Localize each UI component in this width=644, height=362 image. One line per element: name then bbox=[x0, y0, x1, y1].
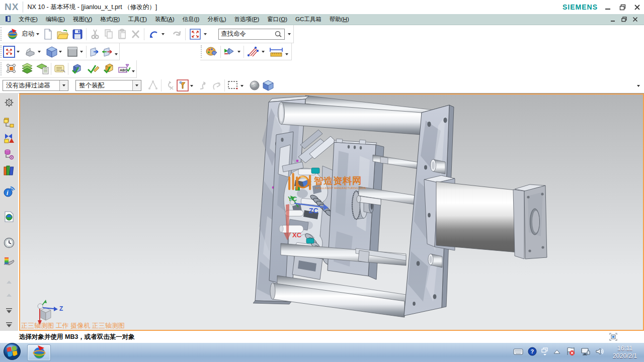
tray-show-hidden-icon[interactable] bbox=[553, 348, 561, 357]
render-style-caret[interactable] bbox=[80, 51, 83, 54]
minimize-button[interactable] bbox=[605, 4, 611, 11]
redo-button[interactable] bbox=[169, 27, 184, 41]
web-browser-icon[interactable]: i bbox=[3, 186, 16, 198]
tray-network-icon[interactable] bbox=[580, 347, 590, 358]
orient-caret[interactable] bbox=[38, 51, 41, 54]
fit-window-button[interactable] bbox=[3, 45, 16, 59]
menu-window[interactable]: 窗口(O) bbox=[263, 15, 291, 24]
undo-caret[interactable] bbox=[162, 33, 165, 37]
measure-caret[interactable] bbox=[285, 53, 288, 57]
paste-button[interactable] bbox=[115, 27, 129, 41]
layer-visible-button[interactable] bbox=[36, 62, 49, 76]
tray-action-center-icon[interactable] bbox=[566, 347, 576, 358]
taskbar-clock[interactable]: 16:11 2020/2/1 bbox=[609, 343, 641, 362]
menu-analysis[interactable]: 分析(L) bbox=[203, 15, 230, 24]
history-clock-icon[interactable] bbox=[3, 237, 16, 249]
menu-help[interactable]: 帮助(H) bbox=[326, 15, 353, 24]
restore-button[interactable] bbox=[619, 4, 626, 11]
cut-button[interactable] bbox=[88, 27, 102, 41]
analysis-display-button[interactable] bbox=[222, 45, 236, 59]
history-palette-icon[interactable] bbox=[3, 211, 16, 223]
scroll-up2-icon[interactable] bbox=[3, 289, 16, 301]
doc-restore-button[interactable] bbox=[621, 15, 627, 24]
scope-dropdown[interactable] bbox=[132, 80, 141, 90]
isometric-view-button[interactable] bbox=[45, 45, 58, 59]
tray-keyboard-icon[interactable] bbox=[513, 348, 523, 357]
copy-button[interactable] bbox=[102, 27, 115, 41]
snap-assembly-button[interactable] bbox=[146, 78, 159, 93]
filter-caret[interactable] bbox=[190, 85, 193, 88]
note-button[interactable] bbox=[53, 62, 66, 76]
layer-settings-button[interactable] bbox=[20, 62, 34, 76]
start-caret[interactable] bbox=[36, 33, 39, 37]
command-search-box[interactable]: 查找命令 bbox=[218, 29, 285, 40]
menu-edit[interactable]: 编辑(E) bbox=[42, 15, 69, 24]
tray-help-icon[interactable]: ? bbox=[528, 347, 537, 358]
menu-gc-toolbox[interactable]: GC工具箱 bbox=[291, 15, 326, 24]
fit-view-caret[interactable] bbox=[204, 33, 207, 37]
up-level-button[interactable] bbox=[197, 78, 210, 93]
menu-info[interactable]: 信息(I) bbox=[179, 15, 204, 24]
selection-filter-highlight-button[interactable] bbox=[176, 78, 189, 93]
measure-button[interactable] bbox=[268, 45, 284, 59]
sidebar-expand1-icon[interactable] bbox=[3, 305, 16, 317]
assembly-navigator-icon[interactable] bbox=[3, 117, 16, 129]
check-mates-button[interactable] bbox=[86, 62, 100, 76]
reuse-library-icon[interactable] bbox=[3, 164, 16, 176]
status-fit-icon[interactable] bbox=[609, 332, 618, 343]
menu-assembly[interactable]: 装配(A) bbox=[151, 15, 178, 24]
fit-view-button[interactable] bbox=[187, 27, 203, 41]
doc-close-button[interactable] bbox=[632, 15, 638, 24]
save-button[interactable] bbox=[70, 27, 85, 41]
validate-button[interactable] bbox=[70, 62, 84, 76]
scope-combo[interactable]: 整个装配 bbox=[75, 80, 141, 91]
scroll-up-icon[interactable] bbox=[3, 276, 16, 288]
check-model-button[interactable] bbox=[102, 62, 115, 76]
hand-tool-button[interactable] bbox=[210, 78, 223, 93]
snap-caret[interactable] bbox=[262, 51, 265, 54]
graphics-window[interactable]: 智造资料网 INTELLIGENT MANUFACTURING DATA YC … bbox=[19, 94, 644, 331]
rectangle-select-button[interactable] bbox=[226, 78, 239, 93]
menu-preferences[interactable]: 首选项(P) bbox=[230, 15, 264, 24]
start-button[interactable] bbox=[5, 27, 20, 41]
snap-point-button[interactable] bbox=[246, 45, 261, 59]
delete-button[interactable] bbox=[129, 27, 142, 41]
orient-view-button[interactable] bbox=[24, 45, 37, 59]
undo-button[interactable] bbox=[146, 27, 160, 41]
fit-caret[interactable] bbox=[17, 51, 20, 54]
doc-minimize-button[interactable] bbox=[610, 15, 616, 24]
menu-format[interactable]: 格式(R) bbox=[96, 15, 124, 24]
show-constraints-button[interactable] bbox=[5, 62, 18, 76]
menu-file[interactable]: 文件(F) bbox=[15, 15, 42, 24]
check-caret[interactable] bbox=[132, 70, 135, 74]
new-file-button[interactable] bbox=[41, 27, 54, 41]
part-navigator-icon[interactable] bbox=[3, 148, 16, 160]
constraint-navigator-icon[interactable] bbox=[3, 133, 16, 145]
isometric-caret[interactable] bbox=[59, 51, 62, 54]
start-menu-button[interactable] bbox=[3, 342, 21, 362]
menu-view[interactable]: 视图(V) bbox=[69, 15, 96, 24]
tray-window-icon[interactable] bbox=[541, 347, 548, 358]
prev-selection-button[interactable] bbox=[163, 78, 176, 93]
render-style-button[interactable] bbox=[66, 45, 79, 59]
roles-gear-icon[interactable] bbox=[3, 97, 16, 109]
tray-volume-icon[interactable] bbox=[595, 347, 605, 358]
nx-taskbar-button[interactable] bbox=[27, 344, 51, 361]
clip-section-button[interactable] bbox=[88, 45, 101, 59]
open-button[interactable] bbox=[54, 27, 70, 41]
model-bottom-tie-bars[interactable] bbox=[270, 276, 406, 317]
edit-section-button[interactable] bbox=[101, 45, 114, 59]
start-label[interactable]: 启动 bbox=[20, 30, 35, 38]
clip-caret[interactable] bbox=[115, 53, 118, 57]
model-motor[interactable] bbox=[424, 175, 547, 259]
filterbar-overflow-caret[interactable] bbox=[637, 85, 640, 88]
material-palette-icon[interactable] bbox=[3, 256, 16, 268]
search-caret[interactable] bbox=[288, 33, 291, 37]
menu-tools[interactable]: 工具(T) bbox=[124, 15, 151, 24]
selection-filter-dropdown[interactable] bbox=[59, 80, 68, 90]
sidebar-expand2-icon[interactable] bbox=[3, 319, 16, 331]
selection-filter-combo[interactable]: 没有选择过滤器 bbox=[3, 80, 68, 91]
select-caret[interactable] bbox=[240, 85, 244, 88]
toolbar-grip[interactable] bbox=[1, 27, 4, 41]
highlight-sphere-button[interactable] bbox=[248, 78, 261, 93]
